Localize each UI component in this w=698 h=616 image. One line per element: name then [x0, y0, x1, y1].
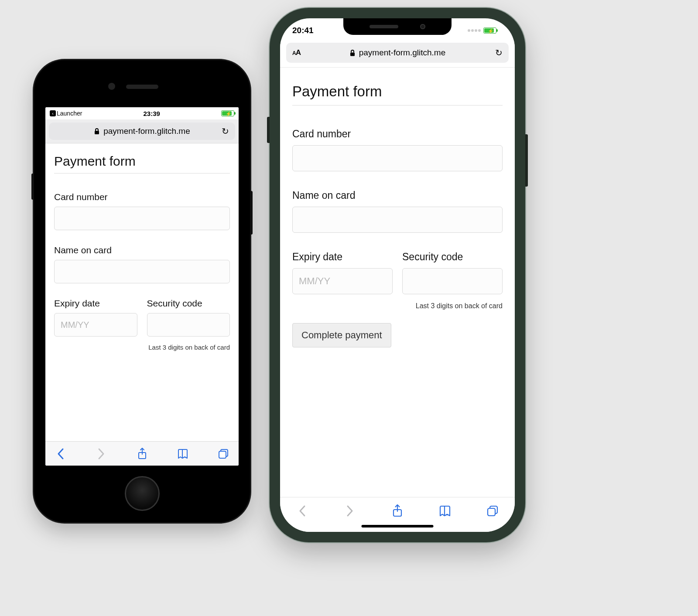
- security-code-input[interactable]: [147, 313, 230, 337]
- expiry-field: Expiry date: [292, 251, 393, 294]
- url-field[interactable]: AA payment-form.glitch.me ↻: [49, 123, 235, 140]
- security-code-input[interactable]: [402, 268, 503, 294]
- expiry-label: Expiry date: [292, 251, 393, 263]
- expiry-label: Expiry date: [54, 298, 137, 309]
- svg-rect-4: [350, 52, 355, 56]
- url-text: payment-form.glitch.me: [359, 48, 446, 58]
- complete-payment-button[interactable]: Complete payment: [292, 323, 391, 347]
- page-title: Payment form: [292, 83, 503, 106]
- safari-address-bar: AA payment-form.glitch.me ↻: [280, 40, 515, 68]
- back-button[interactable]: [295, 504, 310, 517]
- iphone-11-device: 20:41 ⚡ AA payment-form.glitch.me ↻ Paym…: [270, 8, 525, 542]
- status-bar: ‹ Launcher 23:39 ⚡: [45, 107, 239, 119]
- page-title: Payment form: [54, 154, 230, 174]
- card-number-input[interactable]: [292, 145, 503, 171]
- status-time: 23:39: [144, 110, 160, 117]
- earpiece-speaker: [126, 85, 158, 89]
- share-button[interactable]: [390, 504, 405, 518]
- tabs-button[interactable]: [485, 505, 500, 517]
- name-on-card-label: Name on card: [54, 245, 230, 255]
- card-number-input[interactable]: [54, 207, 230, 230]
- reload-icon[interactable]: ↻: [222, 126, 229, 136]
- home-indicator[interactable]: [362, 525, 434, 528]
- name-on-card-input[interactable]: [292, 207, 503, 233]
- screen: ‹ Launcher 23:39 ⚡ AA payment-form.glitc…: [45, 107, 239, 466]
- card-number-label: Card number: [54, 192, 230, 202]
- name-on-card-input[interactable]: [54, 260, 230, 283]
- security-code-field: Security code: [147, 298, 230, 337]
- iphone-se-device: ‹ Launcher 23:39 ⚡ AA payment-form.glitc…: [34, 60, 250, 522]
- back-button[interactable]: [53, 448, 68, 460]
- back-to-app-label: Launcher: [57, 110, 82, 117]
- security-code-label: Security code: [402, 251, 503, 263]
- share-button[interactable]: [135, 447, 150, 460]
- safari-address-bar: AA payment-form.glitch.me ↻: [45, 119, 239, 143]
- text-size-button[interactable]: AA: [292, 48, 301, 57]
- cell-signal-icon: [468, 29, 481, 32]
- expiry-field: Expiry date: [54, 298, 137, 337]
- reload-icon[interactable]: ↻: [495, 48, 503, 58]
- expiry-input[interactable]: [54, 313, 137, 337]
- security-code-hint: Last 3 digits on back of card: [292, 302, 503, 310]
- expiry-input[interactable]: [292, 268, 393, 294]
- url-text: payment-form.glitch.me: [103, 126, 190, 136]
- webpage-content: Payment form Card number Name on card Ex…: [45, 143, 239, 441]
- bookmarks-button[interactable]: [438, 505, 452, 517]
- lock-icon: [349, 49, 356, 57]
- front-camera: [108, 83, 115, 90]
- battery-icon: ⚡: [221, 110, 234, 116]
- forward-button[interactable]: [342, 504, 357, 517]
- back-to-app[interactable]: ‹ Launcher: [50, 110, 82, 117]
- svg-rect-0: [95, 131, 99, 134]
- front-camera: [420, 24, 425, 29]
- card-number-label: Card number: [292, 128, 503, 140]
- status-time: 20:41: [292, 26, 314, 35]
- svg-rect-7: [488, 508, 495, 516]
- home-button[interactable]: [125, 476, 160, 511]
- name-on-card-field: Name on card: [292, 190, 503, 233]
- security-code-label: Security code: [147, 298, 230, 309]
- security-code-field: Security code: [402, 251, 503, 294]
- svg-rect-3: [219, 451, 226, 458]
- display-notch: [343, 18, 452, 35]
- chevron-left-icon: ‹: [50, 110, 56, 116]
- name-on-card-label: Name on card: [292, 190, 503, 201]
- webpage-content: Payment form Card number Name on card Ex…: [280, 68, 515, 497]
- bookmarks-button[interactable]: [175, 448, 190, 459]
- safari-toolbar: [45, 441, 239, 466]
- screen: 20:41 ⚡ AA payment-form.glitch.me ↻ Paym…: [280, 18, 515, 532]
- security-code-hint: Last 3 digits on back of card: [54, 344, 230, 351]
- forward-button[interactable]: [94, 448, 109, 460]
- tabs-button[interactable]: [216, 448, 231, 459]
- url-field[interactable]: AA payment-form.glitch.me ↻: [286, 43, 509, 63]
- battery-icon: ⚡: [483, 27, 496, 34]
- earpiece-speaker: [370, 25, 398, 28]
- card-number-field: Card number: [292, 128, 503, 171]
- name-on-card-field: Name on card: [54, 245, 230, 283]
- card-number-field: Card number: [54, 192, 230, 230]
- lock-icon: [94, 128, 100, 135]
